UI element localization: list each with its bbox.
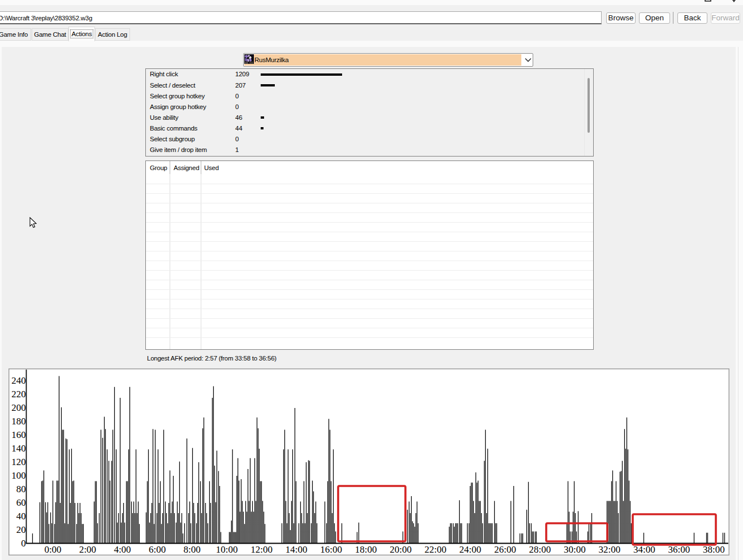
svg-text:24:00: 24:00 [459, 544, 481, 555]
svg-text:200: 200 [11, 402, 26, 413]
svg-text:220: 220 [11, 389, 26, 400]
svg-text:4:00: 4:00 [114, 544, 131, 555]
svg-text:20:00: 20:00 [390, 544, 412, 555]
svg-text:10:00: 10:00 [216, 544, 238, 555]
svg-text:22:00: 22:00 [425, 544, 447, 555]
svg-text:12:00: 12:00 [250, 544, 273, 555]
svg-text:240: 240 [11, 375, 26, 386]
svg-text:18:00: 18:00 [355, 544, 377, 555]
svg-text:0: 0 [21, 538, 26, 549]
svg-text:6:00: 6:00 [149, 544, 166, 555]
svg-text:20: 20 [16, 524, 26, 535]
svg-text:140: 140 [11, 443, 26, 454]
svg-text:30:00: 30:00 [564, 544, 586, 555]
svg-text:16:00: 16:00 [320, 544, 342, 555]
svg-text:38:00: 38:00 [703, 544, 725, 555]
svg-text:14:00: 14:00 [286, 544, 308, 555]
svg-text:60: 60 [16, 497, 26, 508]
svg-text:0:00: 0:00 [44, 544, 61, 555]
svg-text:8:00: 8:00 [183, 544, 200, 555]
svg-text:34:00: 34:00 [633, 544, 655, 555]
svg-text:28:00: 28:00 [529, 544, 551, 555]
svg-text:40: 40 [16, 511, 26, 522]
svg-text:2:00: 2:00 [79, 544, 96, 555]
svg-text:36:00: 36:00 [668, 544, 690, 555]
svg-text:160: 160 [11, 429, 26, 440]
svg-text:32:00: 32:00 [598, 544, 620, 555]
svg-text:180: 180 [11, 416, 26, 427]
svg-text:26:00: 26:00 [494, 544, 516, 555]
svg-text:120: 120 [11, 457, 26, 467]
svg-text:100: 100 [11, 470, 26, 481]
svg-text:80: 80 [16, 484, 26, 494]
